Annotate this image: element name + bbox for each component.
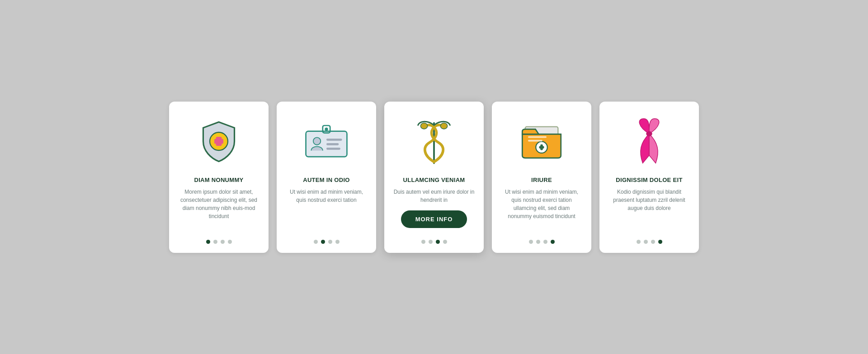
card-3: ULLAMCING VENIAM Duis autem vel eum iriu… <box>384 102 484 253</box>
card-1-text: Morem ipsum dolor sit amet, consectetuer… <box>178 188 259 232</box>
card-4-dots <box>529 240 555 244</box>
card-3-title: ULLAMCING VENIAM <box>403 177 465 183</box>
shield-icon <box>192 114 246 168</box>
svg-rect-2 <box>214 139 223 144</box>
cards-container: DIAM NONUMMY Morem ipsum dolor sit amet,… <box>169 102 699 253</box>
svg-point-11 <box>420 123 427 129</box>
svg-rect-9 <box>326 148 340 150</box>
card-5-text: Kodio dignissim qui blandit praesent lup… <box>609 188 690 232</box>
card-4-text: Ut wisi enim ad minim veniam, quis nostr… <box>501 188 582 232</box>
svg-rect-8 <box>326 143 339 145</box>
card-3-dots <box>421 240 447 244</box>
svg-rect-16 <box>540 144 542 150</box>
svg-rect-17 <box>528 136 547 138</box>
svg-point-19 <box>646 131 652 136</box>
dot <box>429 240 433 244</box>
dot <box>314 240 318 244</box>
dot <box>644 240 648 244</box>
card-5-title: DIGNISSIM DOLOE EIT <box>616 177 682 183</box>
folder-icon <box>514 114 569 168</box>
card-4-title: IRIURE <box>531 177 552 183</box>
ribbon-icon <box>622 114 676 168</box>
card-5: DIGNISSIM DOLOE EIT Kodio dignissim qui … <box>599 102 699 253</box>
card-2-title: AUTEM IN ODIO <box>303 177 350 183</box>
svg-rect-3 <box>306 131 347 156</box>
dot <box>536 240 540 244</box>
more-info-button[interactable]: MORE INFO <box>401 210 467 228</box>
caduceus-icon <box>407 114 461 168</box>
dot <box>328 240 332 244</box>
dot <box>651 240 655 244</box>
dot <box>529 240 533 244</box>
card-2: AUTEM IN ODIO Ut wisi enim ad minim veni… <box>277 102 376 253</box>
dot <box>421 240 425 244</box>
card-4: IRIURE Ut wisi enim ad minim veniam, qui… <box>492 102 591 253</box>
card-5-dots <box>637 240 662 244</box>
dot <box>206 240 210 244</box>
svg-point-6 <box>313 137 321 144</box>
svg-point-12 <box>440 123 447 129</box>
svg-rect-7 <box>326 139 342 141</box>
dot <box>321 240 325 244</box>
svg-rect-18 <box>528 140 542 141</box>
svg-point-5 <box>325 127 328 130</box>
dot <box>551 240 555 244</box>
dot <box>228 240 232 244</box>
dot <box>637 240 641 244</box>
dot <box>221 240 225 244</box>
card-1-title: DIAM NONUMMY <box>194 177 243 183</box>
dot <box>543 240 547 244</box>
dot <box>213 240 217 244</box>
id-card-icon <box>299 114 354 168</box>
card-1: DIAM NONUMMY Morem ipsum dolor sit amet,… <box>169 102 269 253</box>
dot <box>335 240 340 244</box>
dot <box>658 240 662 244</box>
dot <box>443 240 447 244</box>
card-2-text: Ut wisi enim ad minim veniam, quis nostr… <box>286 188 367 232</box>
dot <box>436 240 440 244</box>
card-1-dots <box>206 240 232 244</box>
card-3-text: Duis autem vel eum iriure dolor in hendr… <box>393 188 475 204</box>
card-2-dots <box>314 240 340 244</box>
